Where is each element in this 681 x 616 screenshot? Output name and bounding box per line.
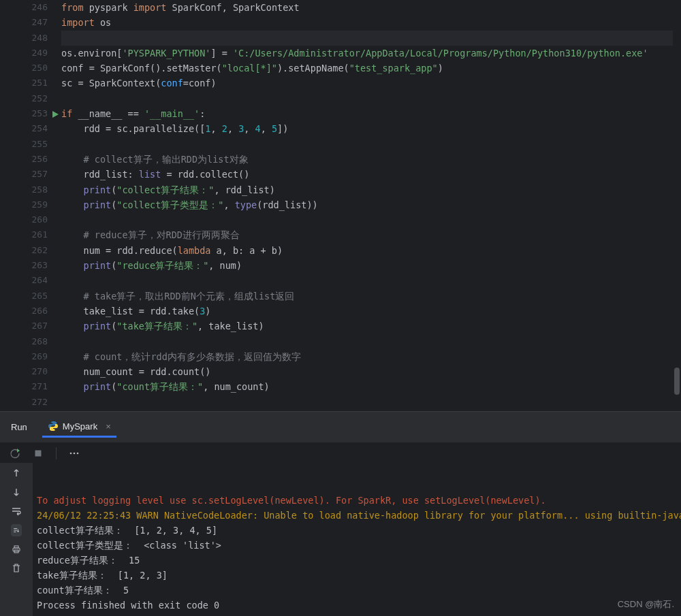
- code-line[interactable]: rdd_list: list = rdd.collect(): [61, 167, 681, 182]
- code-line[interactable]: [61, 273, 681, 288]
- scroll-to-end-icon[interactable]: [11, 524, 22, 536]
- code-line[interactable]: from pyspark import SparkConf, SparkCont…: [61, 0, 681, 15]
- code-line[interactable]: print("take算子结果：", take_list): [61, 319, 681, 334]
- code-line[interactable]: [61, 212, 681, 227]
- scroll-up-icon[interactable]: [11, 467, 22, 479]
- code-line[interactable]: [61, 334, 681, 349]
- code-line[interactable]: import os: [61, 15, 681, 30]
- code-editor[interactable]: 2462472482492502512522532542552562572582…: [0, 0, 681, 411]
- line-number[interactable]: 262: [0, 243, 61, 258]
- line-number[interactable]: 259: [0, 197, 61, 212]
- code-line[interactable]: [61, 137, 681, 152]
- run-toolbar: Run MySpark ×: [0, 411, 681, 442]
- rerun-icon[interactable]: [10, 448, 20, 459]
- more-icon[interactable]: [69, 448, 80, 459]
- code-line[interactable]: print("collect算子类型是：", type(rdd_list)): [61, 197, 681, 212]
- code-line[interactable]: sc = SparkContext(conf=conf): [61, 76, 681, 91]
- console-line: Process finished with exit code 0: [37, 598, 681, 613]
- line-number[interactable]: 251: [0, 76, 61, 91]
- console-line: collect算子结果： [1, 2, 3, 4, 5]: [37, 523, 681, 538]
- code-line[interactable]: num = rdd.reduce(lambda a, b: a + b): [61, 243, 681, 258]
- python-icon: [48, 421, 59, 432]
- line-number[interactable]: 268: [0, 334, 61, 349]
- svg-point-1: [70, 452, 72, 454]
- line-number[interactable]: 255: [0, 137, 61, 152]
- run-gutter-icon[interactable]: [50, 109, 60, 118]
- code-line[interactable]: [61, 395, 681, 410]
- code-line[interactable]: print("reduce算子结果：", num): [61, 258, 681, 273]
- console-line: 24/06/12 22:25:43 WARN NativeCodeLoader:…: [37, 508, 681, 523]
- code-line[interactable]: num_count = rdd.count(): [61, 364, 681, 379]
- line-number[interactable]: 260: [0, 212, 61, 227]
- code-line[interactable]: # count，统计rdd内有多少条数据，返回值为数字: [61, 349, 681, 364]
- close-icon[interactable]: ×: [106, 421, 111, 432]
- editor-scrollbar[interactable]: [673, 0, 681, 411]
- print-icon[interactable]: [11, 543, 22, 555]
- console-line: To adjust logging level use sc.setLogLev…: [37, 493, 681, 508]
- line-number[interactable]: 254: [0, 121, 61, 136]
- code-line[interactable]: take_list = rdd.take(3): [61, 304, 681, 319]
- toolbar-separator: [56, 447, 57, 459]
- console-line: collect算子类型是： <class 'list'>: [37, 538, 681, 553]
- stop-icon[interactable]: [33, 448, 44, 459]
- scroll-down-icon[interactable]: [11, 486, 22, 498]
- line-gutter[interactable]: 2462472482492502512522532542552562572582…: [0, 0, 61, 411]
- line-number[interactable]: 252: [0, 91, 61, 106]
- code-line[interactable]: os.environ['PYSPARK_PYTHON'] = 'C:/Users…: [61, 46, 681, 61]
- svg-rect-0: [35, 450, 42, 456]
- code-line[interactable]: # collect算子，输出RDD为list对象: [61, 152, 681, 167]
- code-line[interactable]: [61, 31, 681, 46]
- line-number[interactable]: 261: [0, 227, 61, 242]
- console-line: count算子结果： 5: [37, 583, 681, 598]
- run-tab-name: MySpark: [63, 421, 97, 432]
- svg-point-3: [77, 452, 79, 454]
- line-number[interactable]: 257: [0, 167, 61, 182]
- line-number[interactable]: 263: [0, 258, 61, 273]
- line-number[interactable]: 246: [0, 0, 61, 15]
- code-line[interactable]: if __name__ == '__main__':: [61, 106, 681, 121]
- code-line[interactable]: [61, 91, 681, 106]
- code-line[interactable]: print("collect算子结果：", rdd_list): [61, 182, 681, 197]
- svg-point-2: [74, 452, 76, 454]
- console-output[interactable]: To adjust logging level use sc.setLogLev…: [33, 463, 681, 616]
- code-line[interactable]: # reduce算子，对RDD进行两两聚合: [61, 227, 681, 242]
- soft-wrap-icon[interactable]: [11, 505, 22, 517]
- run-label: Run: [11, 422, 27, 432]
- trash-icon[interactable]: [11, 562, 22, 574]
- line-number[interactable]: 266: [0, 304, 61, 319]
- code-line[interactable]: print("count算子结果：", num_count): [61, 379, 681, 394]
- console-panel: To adjust logging level use sc.setLogLev…: [0, 463, 681, 616]
- console-toolbar: [0, 442, 681, 463]
- code-line[interactable]: # take算子，取出RDD前N个元素，组成list返回: [61, 289, 681, 304]
- svg-rect-5: [14, 546, 18, 548]
- line-number[interactable]: 256: [0, 152, 61, 167]
- line-number[interactable]: 258: [0, 182, 61, 197]
- console-side-toolbar: [0, 463, 33, 616]
- console-line: reduce算子结果： 15: [37, 553, 681, 568]
- code-line[interactable]: conf = SparkConf().setMaster("local[*]")…: [61, 61, 681, 76]
- line-number[interactable]: 264: [0, 273, 61, 288]
- line-number[interactable]: 270: [0, 364, 61, 379]
- line-number[interactable]: 249: [0, 46, 61, 61]
- line-number[interactable]: 272: [0, 395, 61, 410]
- console-line: take算子结果： [1, 2, 3]: [37, 568, 681, 583]
- code-line[interactable]: rdd = sc.parallelize([1, 2, 3, 4, 5]): [61, 121, 681, 136]
- line-number[interactable]: 247: [0, 15, 61, 30]
- run-tab[interactable]: MySpark ×: [42, 417, 116, 438]
- line-number[interactable]: 265: [0, 289, 61, 304]
- line-number[interactable]: 271: [0, 379, 61, 394]
- line-number[interactable]: 253: [0, 106, 61, 121]
- line-number[interactable]: 248: [0, 31, 61, 46]
- line-number[interactable]: 269: [0, 349, 61, 364]
- line-number[interactable]: 267: [0, 319, 61, 334]
- code-area[interactable]: from pyspark import SparkConf, SparkCont…: [61, 0, 681, 411]
- line-number[interactable]: 250: [0, 61, 61, 76]
